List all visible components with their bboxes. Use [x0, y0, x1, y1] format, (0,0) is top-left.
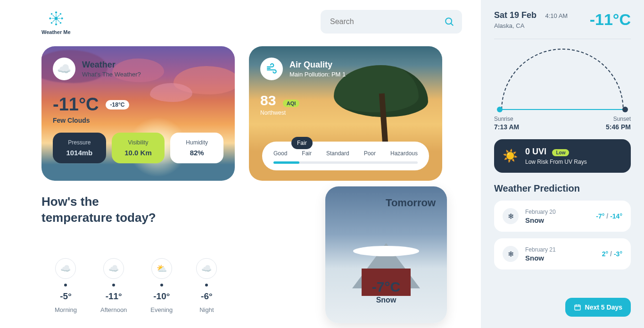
svg-point-6 — [59, 13, 61, 15]
cloud-icon: ☁️ — [103, 258, 124, 279]
feels-like-temp: -18°C — [106, 100, 130, 109]
humidity-stat: Humidity 82% — [170, 133, 223, 163]
visibility-stat: Visibility 10.0 Km — [112, 133, 165, 163]
sun-icon: ☀️ — [503, 149, 518, 163]
aq-title: Air Quality — [289, 60, 346, 70]
svg-rect-10 — [575, 305, 580, 310]
tomorrow-desc: Snow — [372, 296, 400, 304]
weather-card: ☁️ Weather What's The Weather? -11°C -18… — [41, 46, 235, 181]
tomorrow-temp: -7°C — [372, 279, 400, 294]
tomorrow-card[interactable]: Tomorrow -7°C Snow — [325, 186, 447, 323]
weather-title: Weather — [82, 60, 141, 70]
svg-point-4 — [61, 17, 63, 19]
svg-point-7 — [51, 22, 53, 24]
sidebar-temp: -11°C — [590, 10, 631, 29]
next-5-days-button[interactable]: Next 5 Days — [565, 298, 631, 317]
air-quality-card: Air Quality Main Pollution: PM 1 83 AQI … — [249, 46, 442, 181]
aqi-value: 83 — [260, 93, 276, 108]
svg-point-8 — [59, 22, 61, 24]
timeslot-night[interactable]: ☁️ -6° Night — [196, 258, 217, 313]
prediction-item[interactable]: ❄ February 21 Snow 2°/-3° — [494, 238, 631, 269]
sunset-time: Sunset5:46 PM — [606, 115, 631, 131]
aq-current-level: Fair — [291, 137, 313, 149]
search-icon[interactable] — [444, 17, 454, 27]
calendar-icon — [574, 303, 581, 311]
svg-point-1 — [55, 11, 57, 13]
current-date: Sat 19 Feb — [494, 10, 537, 20]
sunrise-time: Sunrise7:13 AM — [494, 115, 519, 131]
partly-cloudy-icon: ⛅ — [151, 258, 172, 279]
timeslot-evening[interactable]: ⛅ -10° Evening — [150, 258, 173, 313]
logo[interactable]: Weather Me — [41, 8, 71, 35]
prediction-item[interactable]: ❄ February 20 Snow -7°/-14° — [494, 201, 631, 232]
weather-subtitle: What's The Weather? — [82, 71, 141, 78]
search-box — [321, 10, 462, 34]
wind-icon — [260, 58, 283, 80]
uvi-card: ☀️ 0 UVI Low Low Risk From UV Rays — [494, 139, 631, 173]
timeslot-afternoon[interactable]: ☁️ -11° Afternoon — [100, 258, 127, 313]
aq-direction: Northwest — [260, 109, 431, 116]
snow-icon: ❄ — [503, 246, 519, 262]
search-input[interactable] — [321, 10, 462, 34]
logo-text: Weather Me — [41, 29, 71, 35]
prediction-title: Weather Prediction — [494, 183, 631, 194]
snow-icon: ❄ — [503, 208, 519, 224]
svg-point-2 — [55, 24, 57, 25]
current-time: 4:10 AM — [545, 12, 568, 19]
snowflake-logo-icon — [46, 8, 66, 28]
location: Alaska, CA — [494, 22, 568, 29]
sun-arc — [494, 49, 631, 110]
uvi-sub: Low Risk From UV Rays — [525, 159, 587, 165]
svg-point-9 — [446, 18, 452, 24]
current-temp: -11°C — [53, 94, 99, 115]
weather-desc: Few Clouds — [41, 115, 235, 124]
timeslot-morning[interactable]: ☁️ -5° Morning — [55, 258, 77, 313]
svg-point-3 — [49, 17, 51, 19]
header: Weather Me — [41, 8, 462, 35]
cloud-icon: ☁️ — [196, 258, 217, 279]
sidebar: Sat 19 Feb 4:10 AM Alaska, CA -11°C Sunr… — [481, 0, 644, 328]
tomorrow-title: Tomorrow — [386, 197, 436, 209]
uvi-value: 0 UVI — [525, 147, 546, 156]
pressure-stat: Pressure 1014mb — [53, 133, 106, 163]
svg-point-5 — [51, 13, 53, 15]
cloud-icon: ☁️ — [53, 58, 75, 80]
cloud-icon: ☁️ — [55, 258, 76, 279]
aq-scale: Fair Good Fair Standard Poor Hazardous — [262, 142, 429, 170]
aqi-badge: AQI — [283, 100, 300, 107]
aq-subtitle: Main Pollution: PM 1 — [289, 71, 346, 78]
uvi-badge: Low — [552, 149, 569, 156]
